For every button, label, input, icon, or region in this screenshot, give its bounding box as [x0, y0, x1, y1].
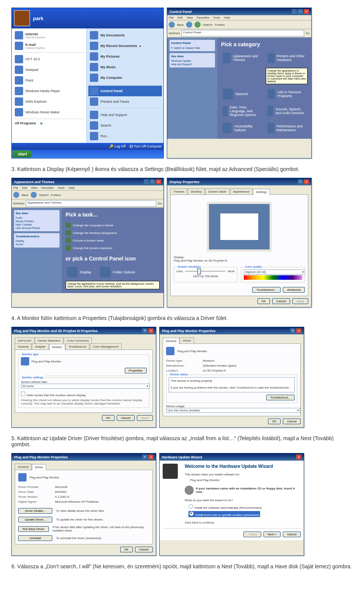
tab-geforce[interactable]: GeForce3	[15, 337, 35, 343]
advanced-button[interactable]: Advanced	[283, 287, 305, 293]
properties-button[interactable]: Properties	[125, 368, 147, 373]
radio-list[interactable]	[189, 511, 194, 516]
useracct-link[interactable]: User Account Picture	[16, 226, 58, 230]
forward-icon[interactable]	[186, 22, 192, 28]
hide-modes-checkbox[interactable]	[21, 392, 25, 396]
tab-themes[interactable]: Themes	[170, 188, 187, 194]
all-programs[interactable]: All Programs▶	[13, 120, 85, 126]
back-icon[interactable]	[169, 22, 175, 28]
tab-appearance[interactable]: Appearance	[230, 188, 253, 194]
start-item-paint[interactable]: Paint	[13, 75, 85, 86]
back-icon[interactable]	[13, 192, 19, 198]
back-button[interactable]: < Back	[243, 532, 261, 537]
start-item-hct[interactable]: HCT 10.0	[13, 54, 85, 64]
tab-adapter[interactable]: Adapter	[32, 343, 49, 350]
mouse-link[interactable]: Mouse Pointers	[16, 220, 58, 223]
update-driver-button[interactable]: Update Driver...	[18, 517, 52, 522]
apply-button[interactable]: Apply	[137, 415, 153, 421]
cat-appearance[interactable]: Appearance and Themes	[221, 51, 263, 65]
maximize-button[interactable]: □	[150, 179, 155, 184]
back-button[interactable]: Back	[22, 193, 28, 197]
close-button[interactable]: ×	[156, 179, 161, 184]
cat-accessibility[interactable]: Accessibility Options	[221, 121, 263, 135]
ok-button[interactable]: OK	[102, 415, 115, 421]
maximize-button[interactable]: □	[298, 9, 303, 14]
menu-help[interactable]: Help	[224, 16, 230, 19]
start-item-wmp[interactable]: Windows Media Player	[13, 86, 85, 96]
cancel-button[interactable]: Cancel	[272, 298, 290, 304]
task-background[interactable]: Change the desktop background	[66, 229, 160, 237]
resolution-slider[interactable]	[185, 271, 226, 272]
help-button[interactable]: ?	[142, 328, 147, 333]
up-icon[interactable]	[195, 22, 201, 28]
tab-colormgmt[interactable]: Color Management	[90, 343, 122, 350]
close-button[interactable]: ×	[148, 455, 154, 459]
cat-performance[interactable]: Performance and Maintenance	[266, 121, 308, 135]
start-pictures[interactable]: My Pictures	[88, 51, 162, 62]
go-button[interactable]: Go	[306, 31, 310, 35]
address-field[interactable]: Appearance and Themes	[26, 200, 156, 207]
task-screensaver[interactable]: Choose a screen saver	[66, 237, 160, 244]
cat-datetime[interactable]: Date, Time, Language, and Regional Optio…	[221, 104, 263, 118]
start-run[interactable]: Run...	[88, 131, 162, 141]
cancel-button[interactable]: Cancel	[135, 547, 153, 552]
tab-screensaver[interactable]: Screen Saver	[205, 188, 229, 194]
apply-button[interactable]: Apply	[292, 298, 308, 304]
tab-general[interactable]: General	[15, 464, 31, 470]
help-button[interactable]: ?	[298, 179, 303, 184]
switch-classic[interactable]: ▸Switch to Classic View	[171, 46, 213, 50]
refresh-select[interactable]: 60 Hertz▾	[21, 384, 150, 389]
radio-auto[interactable]	[188, 504, 193, 509]
minimize-button[interactable]: _	[144, 179, 149, 184]
fonts-link[interactable]: Fonts	[16, 216, 58, 220]
tab-devsel[interactable]: Device Selection	[35, 337, 64, 343]
menu-file[interactable]: File	[13, 186, 18, 190]
folders-button[interactable]: Folders	[51, 193, 61, 197]
logoff-button[interactable]: 🔑 Log Off	[109, 144, 126, 148]
start-item-email[interactable]: E-mailOutlook Express	[13, 41, 85, 51]
cat-network[interactable]: Network	[221, 87, 263, 101]
contrast-link[interactable]: High Contrast	[16, 223, 58, 226]
start-item-internet[interactable]: InternetInternet Explorer	[13, 30, 85, 41]
tab-general[interactable]: General	[163, 338, 179, 344]
sound-ts-link[interactable]: Sound	[16, 243, 58, 246]
back-button[interactable]: Back	[177, 23, 184, 27]
search-button[interactable]: Search	[39, 193, 49, 197]
start-help[interactable]: Help and Support	[88, 110, 162, 120]
tab-driver[interactable]: Driver	[180, 337, 194, 343]
rollback-button[interactable]: Roll Back Driver	[18, 526, 49, 532]
shutdown-button[interactable]: ⏻ Turn Off Computer	[129, 144, 162, 148]
cat-printers[interactable]: Printers and Other Hardware	[266, 51, 308, 65]
start-item-msn[interactable]: MSN Explorer	[13, 96, 85, 107]
help-button[interactable]: ?	[290, 328, 295, 333]
menu-favorites[interactable]: Favorites	[41, 186, 54, 190]
folder-options-item[interactable]: Folder Options	[99, 265, 137, 279]
windows-update-link[interactable]: Windows Update	[171, 59, 213, 63]
close-button[interactable]: ×	[148, 328, 154, 333]
help-button[interactable]: ?	[142, 455, 147, 459]
uninstall-button[interactable]: Uninstall	[18, 535, 52, 541]
cat-addremove[interactable]: Add or Remove Programs	[266, 87, 308, 101]
ok-button[interactable]: OK	[120, 547, 133, 552]
display-ts-link[interactable]: Display	[16, 239, 58, 243]
tab-general[interactable]: General	[15, 343, 31, 350]
menu-edit[interactable]: Edit	[22, 186, 27, 190]
start-mycomputer[interactable]: My Computer	[88, 72, 162, 83]
help-support-link[interactable]: Help and Support	[171, 63, 213, 66]
go-button[interactable]: Go	[158, 202, 162, 205]
start-printers[interactable]: Printers and Faxes	[88, 96, 162, 107]
start-music[interactable]: My Music	[88, 62, 162, 72]
color-quality-select[interactable]: Highest (32 bit)▾	[244, 270, 305, 274]
start-item-notepad[interactable]: Notepad	[13, 64, 85, 75]
start-controlpanel[interactable]: Control Panel	[88, 86, 162, 96]
close-button[interactable]: ×	[296, 328, 301, 333]
close-button[interactable]: ×	[304, 179, 309, 184]
start-button[interactable]: start	[13, 151, 32, 157]
task-resolution[interactable]: Change the screen resolution	[66, 244, 160, 252]
close-button[interactable]: ×	[304, 9, 309, 14]
driver-details-button[interactable]: Driver Details...	[18, 508, 52, 514]
close-button[interactable]: ×	[296, 455, 301, 459]
menu-tools[interactable]: Tools	[58, 186, 65, 190]
display-icon-item[interactable]: Display	[66, 265, 93, 279]
address-field[interactable]: Control Panel	[181, 30, 304, 36]
